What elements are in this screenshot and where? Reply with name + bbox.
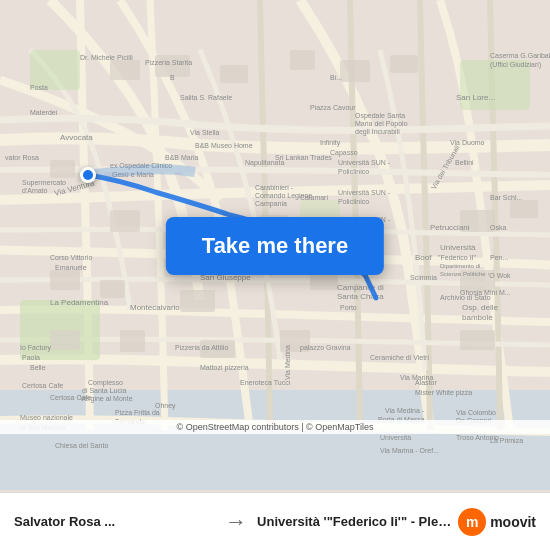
moovit-letter: m (466, 514, 478, 530)
svg-text:Io Factory: Io Factory (20, 344, 52, 352)
svg-text:Paola: Paola (22, 354, 40, 361)
svg-rect-25 (120, 330, 145, 352)
svg-text:Via Colombo: Via Colombo (456, 409, 496, 416)
svg-text:San Lore...: San Lore... (456, 93, 495, 102)
svg-text:Pizzeria da Attilio: Pizzeria da Attilio (175, 344, 228, 351)
svg-text:degli Incurabili: degli Incurabili (355, 128, 400, 136)
svg-text:Materdei: Materdei (30, 109, 58, 116)
svg-text:palazzo Gravina: palazzo Gravina (300, 344, 351, 352)
svg-text:Ghosia Mini M...: Ghosia Mini M... (460, 289, 511, 296)
svg-text:Salita S. Rafaele: Salita S. Rafaele (180, 94, 232, 101)
svg-text:Bellini: Bellini (455, 159, 474, 166)
svg-rect-9 (290, 50, 315, 70)
svg-text:Università SUN -: Università SUN - (338, 159, 391, 166)
svg-text:Supermercato: Supermercato (22, 179, 66, 187)
svg-text:Mister White pizza: Mister White pizza (415, 389, 472, 397)
svg-text:Via Marina - Oref...: Via Marina - Oref... (380, 447, 439, 454)
svg-text:vator Rosa: vator Rosa (5, 154, 39, 161)
svg-text:Campanile di: Campanile di (337, 283, 384, 292)
svg-text:Piazza Cavour: Piazza Cavour (310, 104, 356, 111)
svg-text:Scienze Politiche: Scienze Politiche (440, 271, 486, 277)
map-container: Via Ventura Via Stella Piazza Cavour Via… (0, 0, 550, 492)
moovit-wordmark: moovit (490, 514, 536, 530)
arrow-icon: → (225, 509, 247, 534)
svg-text:La Primiza: La Primiza (490, 437, 523, 444)
svg-rect-18 (510, 200, 538, 218)
svg-text:Ohney: Ohney (155, 402, 176, 410)
svg-text:Chiesa del Santo: Chiesa del Santo (55, 442, 108, 449)
svg-text:Ospedale Santa: Ospedale Santa (355, 112, 405, 120)
svg-rect-10 (340, 60, 370, 82)
svg-text:Maria del Popolo: Maria del Popolo (355, 120, 408, 128)
destination-label: Università '"Federico Ii'" - Plesso ... (257, 514, 458, 529)
svg-rect-12 (50, 160, 75, 178)
svg-text:Via Stella: Via Stella (190, 129, 220, 136)
take-me-there-button[interactable]: Take me there (166, 217, 384, 275)
svg-text:Certosa Cafe: Certosa Cafe (22, 382, 63, 389)
svg-text:Via Medina -: Via Medina - (385, 407, 425, 414)
svg-text:Università: Università (380, 434, 411, 441)
moovit-icon: m (458, 508, 486, 536)
svg-rect-13 (110, 210, 140, 232)
svg-text:Petrucciani: Petrucciani (430, 223, 470, 232)
svg-rect-11 (390, 55, 418, 73)
svg-text:Pizzeria Starita: Pizzeria Starita (145, 59, 192, 66)
svg-text:Infinity: Infinity (320, 139, 341, 147)
svg-rect-21 (180, 290, 215, 312)
svg-text:Alastor: Alastor (415, 379, 437, 386)
svg-text:Posta: Posta (30, 84, 48, 91)
svg-text:'O Wok: 'O Wok (488, 272, 511, 279)
svg-text:Mattozi pizzeria: Mattozi pizzeria (200, 364, 249, 372)
svg-text:Porto: Porto (340, 304, 357, 311)
bottom-bar: Salvator Rosa ... → Università '"Federic… (0, 492, 550, 550)
svg-text:B&B Museo Home: B&B Museo Home (195, 142, 253, 149)
take-me-there-button-overlay: Take me there (166, 217, 384, 275)
svg-text:Napulitanata: Napulitanata (245, 159, 284, 167)
app: Via Ventura Via Stella Piazza Cavour Via… (0, 0, 550, 550)
moovit-logo: m moovit (458, 508, 536, 536)
svg-text:Bar Schl...: Bar Schl... (490, 194, 522, 201)
direction-arrow: → (215, 509, 257, 535)
svg-text:Belle: Belle (30, 364, 46, 371)
svg-text:Complesso: Complesso (88, 379, 123, 387)
svg-text:La Pedamentina: La Pedamentina (50, 298, 109, 307)
svg-text:Caserma G.Garibaldi: Caserma G.Garibaldi (490, 52, 550, 59)
svg-text:Campania: Campania (255, 200, 287, 208)
svg-text:Bi...: Bi... (330, 74, 342, 81)
svg-text:Emanuele: Emanuele (55, 264, 87, 271)
svg-text:di Santa Lucia: di Santa Lucia (82, 387, 126, 394)
svg-text:B: B (170, 74, 175, 81)
svg-rect-28 (460, 330, 495, 350)
svg-text:Comando Legione: Comando Legione (255, 192, 312, 200)
svg-text:Boof: Boof (415, 253, 432, 262)
svg-rect-24 (50, 330, 80, 350)
svg-rect-8 (220, 65, 248, 83)
svg-text:Pizza Fritta da: Pizza Fritta da (115, 409, 160, 416)
svg-text:Policlinico: Policlinico (338, 198, 369, 205)
svg-rect-19 (50, 270, 80, 290)
svg-text:Carabinieri -: Carabinieri - (255, 184, 294, 191)
origin-pin (80, 167, 96, 183)
svg-text:Ceramiche di Vietri: Ceramiche di Vietri (370, 354, 429, 361)
svg-text:Scimmia: Scimmia (410, 274, 437, 281)
copyright-strip: © OpenStreetMap contributors | © OpenMap… (0, 420, 550, 434)
svg-text:Università SUN -: Università SUN - (338, 189, 391, 196)
svg-text:Avvocata: Avvocata (60, 133, 93, 142)
svg-text:B&B Maria: B&B Maria (165, 154, 199, 161)
svg-text:d'Amato: d'Amato (22, 187, 48, 194)
destination-location: Università '"Federico Ii'" - Plesso ... (257, 514, 458, 529)
svg-text:Capasso: Capasso (330, 149, 358, 157)
svg-text:Dipartimento di: Dipartimento di (440, 263, 480, 269)
origin-label: Salvator Rosa ... (14, 514, 215, 529)
svg-text:(Uffici Giudiziari): (Uffici Giudiziari) (490, 61, 541, 69)
svg-text:bambole: bambole (462, 313, 493, 322)
svg-text:Montecalvario: Montecalvario (130, 303, 180, 312)
svg-text:Vergine al Monte: Vergine al Monte (80, 395, 133, 403)
svg-text:Università: Università (440, 243, 476, 252)
svg-text:Via Medina: Via Medina (284, 345, 291, 380)
svg-text:Osp. delle: Osp. delle (462, 303, 499, 312)
svg-text:Policlinico: Policlinico (338, 168, 369, 175)
svg-text:Corso Vittorio: Corso Vittorio (50, 254, 92, 261)
svg-text:"Federico II": "Federico II" (438, 254, 477, 261)
svg-rect-6 (110, 60, 140, 80)
